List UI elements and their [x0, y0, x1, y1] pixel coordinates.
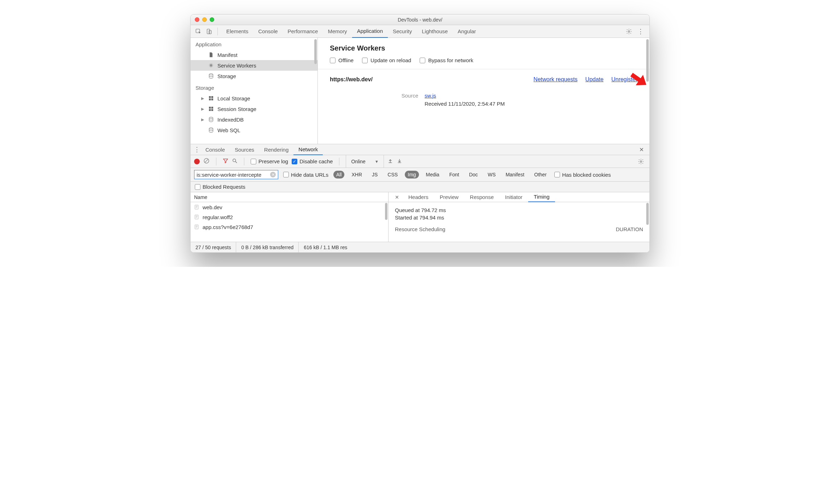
has-blocked-cookies-checkbox[interactable]: Has blocked cookies: [554, 172, 611, 178]
drawer-tab-strip: ⋮ ConsoleSourcesRenderingNetwork ✕: [191, 144, 649, 155]
drawer-close-icon[interactable]: ✕: [636, 146, 647, 153]
svg-rect-8: [209, 99, 211, 100]
filter-type-js[interactable]: JS: [369, 171, 380, 178]
tab-memory[interactable]: Memory: [323, 25, 352, 38]
drawer-tab-rendering[interactable]: Rendering: [259, 144, 293, 155]
record-button[interactable]: [194, 159, 200, 164]
svg-rect-6: [209, 96, 211, 98]
upload-icon[interactable]: [387, 158, 393, 165]
link-update[interactable]: Update: [585, 76, 604, 83]
scrollbar[interactable]: [314, 39, 317, 64]
detail-tab-initiator[interactable]: Initiator: [500, 192, 528, 202]
drawer-tab-sources[interactable]: Sources: [230, 144, 259, 155]
request-row[interactable]: web.dev: [191, 202, 388, 212]
annotation-arrow-icon: [624, 64, 649, 94]
requests-header: Name: [191, 192, 388, 202]
clear-icon[interactable]: [203, 158, 210, 165]
svg-rect-29: [195, 225, 198, 229]
filter-input[interactable]: is:service-worker-intercepte ✕: [194, 170, 278, 179]
sidebar-item-indexeddb[interactable]: ▶IndexedDB: [191, 114, 317, 125]
sidebar-item-web-sql[interactable]: Web SQL: [191, 125, 317, 135]
svg-point-15: [209, 128, 213, 129]
chevron-right-icon: ▶: [201, 117, 205, 122]
tab-security[interactable]: Security: [388, 25, 417, 38]
svg-rect-9: [211, 99, 213, 100]
filter-type-media[interactable]: Media: [423, 171, 442, 178]
kebab-icon[interactable]: ⋮: [635, 28, 647, 35]
source-key: Source: [365, 93, 418, 99]
svg-rect-21: [195, 205, 198, 209]
drawer-tab-console[interactable]: Console: [200, 144, 230, 155]
requests-list: Name web.devregular.woff2app.css?v=6e276…: [191, 192, 389, 242]
request-row[interactable]: regular.woff2: [191, 212, 388, 222]
detail-tab-timing[interactable]: Timing: [528, 192, 555, 202]
chevron-right-icon: ▶: [201, 96, 205, 101]
request-row[interactable]: app.css?v=6e2768d7: [191, 222, 388, 232]
timing-queued: Queued at 794.72 ms: [395, 207, 643, 213]
clear-filter-icon[interactable]: ✕: [270, 172, 276, 177]
link-network-requests[interactable]: Network requests: [533, 76, 578, 83]
sidebar-item-service-workers[interactable]: Service Workers: [191, 60, 317, 71]
drawer-tab-network[interactable]: Network: [293, 144, 323, 155]
scrollbar[interactable]: [385, 203, 387, 220]
checkbox-offline[interactable]: Offline: [330, 57, 354, 63]
search-icon[interactable]: [232, 158, 238, 165]
filter-type-manifest[interactable]: Manifest: [503, 171, 527, 178]
timing-started: Started at 794.94 ms: [395, 215, 643, 221]
checkbox-bypass-for-network[interactable]: Bypass for network: [420, 57, 473, 63]
chevron-down-icon: ▼: [375, 159, 379, 164]
filter-type-font[interactable]: Font: [447, 171, 462, 178]
filter-type-doc[interactable]: Doc: [466, 171, 481, 178]
filter-type-img[interactable]: Img: [405, 171, 419, 178]
tab-lighthouse[interactable]: Lighthouse: [417, 25, 453, 38]
svg-rect-13: [211, 109, 213, 111]
sidebar-item-local-storage[interactable]: ▶Local Storage: [191, 93, 317, 104]
tab-performance[interactable]: Performance: [283, 25, 323, 38]
network-settings-icon[interactable]: [636, 157, 646, 166]
panel-heading: Service Workers: [330, 44, 637, 52]
sidebar-item-session-storage[interactable]: ▶Session Storage: [191, 104, 317, 114]
filter-type-ws[interactable]: WS: [485, 171, 499, 178]
inspect-icon[interactable]: [193, 27, 203, 36]
svg-rect-11: [211, 107, 213, 109]
sidebar-item-storage[interactable]: Storage: [191, 71, 317, 81]
main-tab-strip: ElementsConsolePerformanceMemoryApplicat…: [191, 25, 649, 38]
tab-elements[interactable]: Elements: [221, 25, 253, 38]
detail-tab-headers[interactable]: Headers: [403, 192, 434, 202]
timing-section: Resource Scheduling: [395, 226, 445, 232]
hide-data-urls-checkbox[interactable]: Hide data URLs: [283, 172, 328, 178]
preserve-log-checkbox[interactable]: Preserve log: [251, 158, 288, 164]
disable-cache-checkbox[interactable]: ✓Disable cache: [292, 158, 333, 164]
detail-tab-response[interactable]: Response: [464, 192, 500, 202]
sidebar-item-manifest[interactable]: Manifest: [191, 49, 317, 60]
checkbox-update-on-reload[interactable]: Update on reload: [362, 57, 411, 63]
tab-angular[interactable]: Angular: [453, 25, 481, 38]
svg-point-3: [628, 30, 630, 32]
filter-type-xhr[interactable]: XHR: [349, 171, 365, 178]
settings-icon[interactable]: [624, 27, 634, 36]
section-title: Application: [191, 38, 317, 49]
detail-panel: ✕ HeadersPreviewResponseInitiatorTiming …: [389, 192, 649, 242]
source-file-link[interactable]: sw.js: [425, 93, 436, 99]
status-resources: 616 kB / 1.1 MB res: [299, 242, 352, 253]
download-icon[interactable]: [397, 158, 402, 165]
drawer-kebab-icon[interactable]: ⋮: [193, 146, 200, 153]
detail-close-icon[interactable]: ✕: [391, 194, 403, 200]
filter-icon[interactable]: [223, 158, 228, 165]
svg-rect-25: [195, 215, 198, 219]
received-text: Received 11/11/2020, 2:54:47 PM: [425, 101, 637, 107]
detail-tab-preview[interactable]: Preview: [434, 192, 464, 202]
svg-point-18: [233, 159, 236, 162]
filter-type-other[interactable]: Other: [531, 171, 549, 178]
svg-rect-1: [207, 29, 210, 34]
blocked-requests-checkbox[interactable]: Blocked Requests: [195, 184, 245, 190]
svg-rect-10: [209, 107, 211, 109]
throttling-select[interactable]: Online ▼: [346, 155, 384, 168]
filter-type-all[interactable]: All: [333, 171, 345, 178]
svg-point-14: [209, 117, 213, 118]
tab-application[interactable]: Application: [352, 25, 388, 38]
tab-console[interactable]: Console: [253, 25, 283, 38]
device-toggle-icon[interactable]: [204, 27, 214, 36]
filter-type-css[interactable]: CSS: [385, 171, 401, 178]
svg-rect-12: [209, 109, 211, 111]
